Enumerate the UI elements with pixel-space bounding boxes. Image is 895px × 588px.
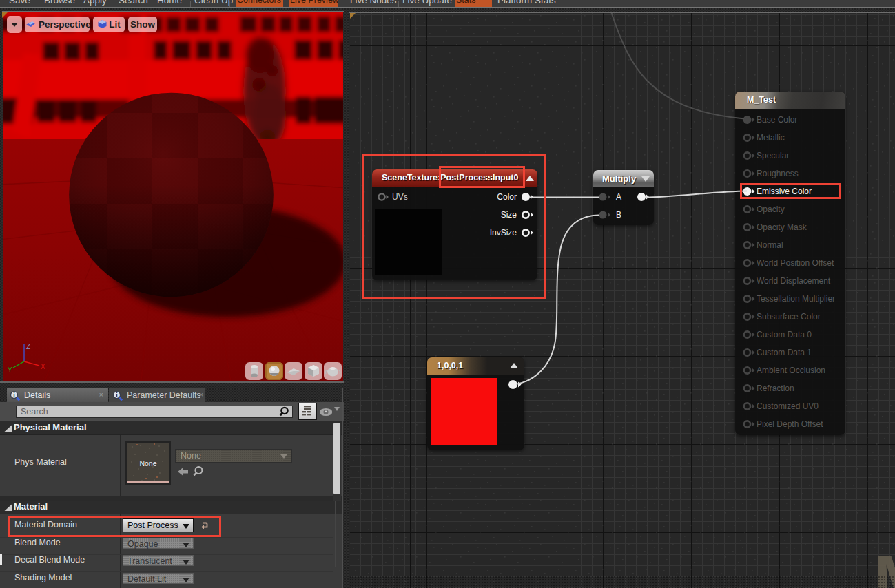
svg-text:i: i [116, 392, 118, 399]
svg-text:Y: Y [8, 366, 12, 374]
svg-text:X: X [41, 363, 45, 370]
svg-text:Z: Z [26, 343, 30, 350]
svg-text:i: i [13, 392, 15, 399]
